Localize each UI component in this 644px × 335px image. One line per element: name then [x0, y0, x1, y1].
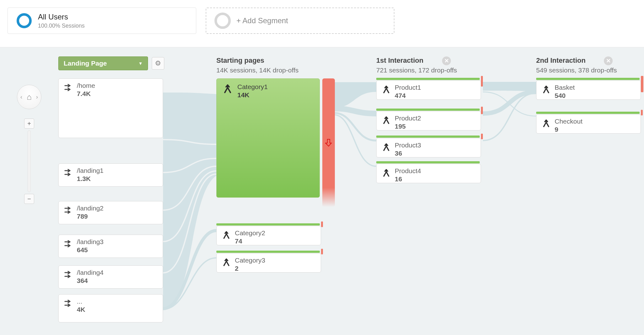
node-label: /landing4	[77, 269, 103, 276]
dropoff-tick	[641, 110, 643, 115]
zoom-in-button[interactable]: +	[24, 119, 34, 129]
node-value: 789	[77, 213, 103, 220]
segment-sub: 100.00% Sessions	[38, 23, 85, 29]
node-value: 364	[77, 277, 103, 284]
starting-node-category1[interactable]: Category1 14K	[216, 78, 320, 198]
node-top-bar	[376, 78, 480, 80]
merge-icon	[222, 84, 234, 193]
landing-source-icon	[63, 169, 74, 182]
dropoff-tick	[641, 76, 643, 92]
merge-icon	[221, 231, 232, 241]
dropoff-tick	[481, 134, 483, 139]
merge-icon	[381, 143, 392, 153]
svg-point-0	[18, 14, 30, 27]
landing-node-1[interactable]: /landing1 1.3K	[58, 163, 163, 187]
column-close-button[interactable]: ✕	[604, 56, 613, 65]
node-value: 14K	[237, 91, 268, 99]
close-icon: ✕	[444, 57, 449, 64]
landing-node-3[interactable]: /landing3 645	[58, 235, 163, 258]
node-top-bar	[376, 136, 480, 138]
node-label: /landing1	[77, 167, 103, 174]
zoom-control[interactable]: + −	[24, 119, 34, 204]
landing-source-icon	[63, 271, 74, 284]
column-sub: 549 sessions, 378 drop-offs	[536, 66, 617, 74]
starting-node-category3[interactable]: Category3 2	[216, 253, 321, 273]
segment-pill-all-users[interactable]: All Users 100.00% Sessions	[8, 8, 196, 34]
column-close-button[interactable]: ✕	[442, 56, 451, 65]
node-value: 4K	[77, 306, 85, 313]
node-top-bar	[376, 109, 480, 111]
dropoff-tick	[481, 107, 483, 114]
merge-icon	[541, 86, 552, 95]
node-value: 36	[395, 150, 421, 157]
landing-node-4[interactable]: /landing4 364	[58, 265, 163, 289]
first-node-product4[interactable]: Product4 16	[376, 164, 481, 183]
dropoff-tick	[481, 76, 483, 87]
add-segment-button[interactable]: + Add Segment	[206, 8, 394, 34]
merge-icon	[381, 169, 392, 178]
node-value: 540	[555, 92, 575, 99]
node-label: Product4	[395, 167, 421, 175]
first-node-product1[interactable]: Product1 474	[376, 80, 481, 100]
segment-name: All Users	[38, 13, 85, 21]
node-top-bar	[376, 161, 480, 163]
second-node-basket[interactable]: Basket 540	[536, 80, 641, 100]
chevron-down-icon: ▼	[138, 61, 143, 66]
node-label: Product3	[395, 141, 421, 149]
close-icon: ✕	[606, 57, 611, 64]
first-node-product2[interactable]: Product2 195	[376, 111, 481, 130]
landing-node-home[interactable]: /home 7.4K	[58, 78, 163, 138]
landing-source-icon	[63, 300, 74, 318]
merge-icon	[221, 258, 232, 268]
landing-source-icon	[63, 240, 74, 253]
node-value: 9	[555, 126, 583, 133]
node-value: 2	[235, 265, 265, 272]
dimension-settings-button[interactable]: ⚙	[152, 57, 164, 70]
dropoff-tick	[321, 249, 323, 254]
node-label: Basket	[555, 84, 575, 91]
node-top-bar	[536, 78, 640, 80]
node-value: 74	[235, 237, 265, 245]
nav-prev-icon[interactable]: ‹	[20, 94, 22, 100]
nav-home-button[interactable]: ‹ ⌂ ›	[17, 85, 41, 109]
node-label: Category2	[235, 229, 265, 237]
landing-source-icon	[63, 206, 74, 220]
landing-node-2[interactable]: /landing2 789	[58, 201, 163, 224]
node-value: 7.4K	[77, 90, 95, 98]
node-label: /landing3	[77, 238, 103, 246]
zoom-out-button[interactable]: −	[24, 194, 34, 204]
node-value: 195	[395, 123, 421, 130]
nav-next-icon[interactable]: ›	[36, 94, 38, 100]
zoom-slider-track[interactable]	[28, 130, 31, 192]
second-node-checkout[interactable]: Checkout 9	[536, 114, 641, 134]
segment-ring-icon	[16, 13, 32, 29]
column-header-first: 1st Interaction 721 sessions, 172 drop-o…	[376, 56, 457, 74]
node-label: ...	[77, 298, 85, 305]
landing-node-more[interactable]: ... 4K	[58, 294, 163, 322]
node-label: Product1	[395, 84, 421, 91]
dropoff-arrow-icon	[325, 139, 332, 147]
node-top-bar	[216, 251, 320, 253]
column-sub: 721 sessions, 172 drop-offs	[376, 66, 457, 74]
node-top-bar	[216, 223, 320, 226]
dropoff-tick	[321, 221, 323, 227]
column-header-starting: Starting pages 14K sessions, 14K drop-of…	[216, 56, 298, 74]
node-value: 645	[77, 246, 103, 254]
add-segment-ring-icon	[214, 13, 231, 29]
landing-source-icon	[63, 84, 74, 133]
starting-node-category2[interactable]: Category2 74	[216, 226, 321, 245]
merge-icon	[381, 86, 392, 95]
node-label: /home	[77, 82, 95, 89]
first-node-product3[interactable]: Product3 36	[376, 138, 481, 157]
merge-icon	[381, 116, 392, 126]
column-title: Starting pages	[216, 56, 298, 65]
node-top-bar	[536, 112, 640, 114]
dropoff-bar-category1	[322, 78, 335, 207]
node-label: Category3	[235, 257, 265, 264]
column-header-second: 2nd Interaction 549 sessions, 378 drop-o…	[536, 56, 617, 74]
home-icon: ⌂	[27, 92, 32, 102]
node-label: /landing2	[77, 205, 103, 212]
merge-icon	[541, 120, 552, 129]
node-label: Checkout	[555, 118, 583, 125]
dimension-dropdown[interactable]: Landing Page ▼	[58, 56, 148, 70]
